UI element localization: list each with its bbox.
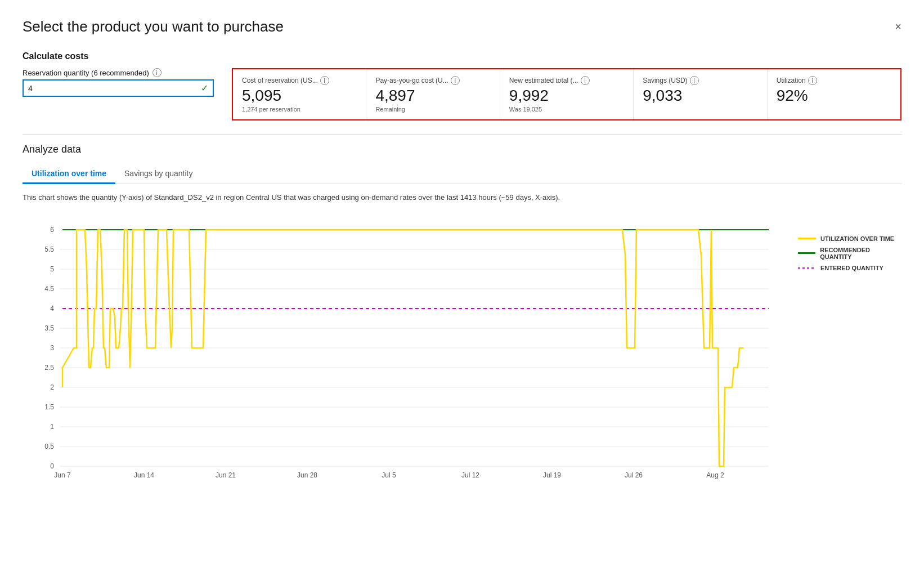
metric-info-icon-utilization[interactable]: i	[808, 76, 817, 85]
metric-savings: Savings (USD) i 9,033	[634, 69, 767, 119]
svg-text:4.5: 4.5	[44, 285, 54, 293]
legend-label: ENTERED QUANTITY	[820, 265, 883, 271]
svg-text:0: 0	[50, 462, 54, 470]
calculate-title: Calculate costs	[23, 51, 901, 61]
metrics-box: Cost of reservation (US... i 5,095 1,274…	[232, 68, 901, 120]
metric-value-cost_reservation: 5,095	[242, 87, 357, 105]
svg-text:Jun 7: Jun 7	[54, 471, 71, 479]
metric-new_estimated: New estimated total (... i 9,992 Was 19,…	[500, 69, 634, 119]
metric-info-icon-new_estimated[interactable]: i	[581, 76, 590, 85]
utilization-chart: 6 5.5 5 4.5 4 3.5 3 2.5	[23, 213, 789, 483]
metric-header-payg_cost: Pay-as-you-go cost (U... i	[375, 76, 490, 85]
chart-area: 6 5.5 5 4.5 4 3.5 3 2.5	[23, 213, 901, 485]
svg-text:Aug 2: Aug 2	[706, 471, 724, 479]
qty-input-group: Reservation quantity (6 recommended) i ✓	[23, 68, 214, 97]
svg-text:Jul 5: Jul 5	[382, 471, 396, 479]
metric-value-payg_cost: 4,897	[375, 87, 490, 105]
metric-cost_reservation: Cost of reservation (US... i 5,095 1,274…	[233, 69, 366, 119]
svg-text:Jun 21: Jun 21	[216, 471, 236, 479]
metric-sub-payg_cost: Remaining	[375, 106, 490, 113]
legend-item: UTILIZATION OVER TIME	[798, 235, 901, 242]
svg-text:0.5: 0.5	[44, 443, 54, 450]
metric-header-new_estimated: New estimated total (... i	[509, 76, 624, 85]
qty-label: Reservation quantity (6 recommended) i	[23, 68, 214, 77]
metric-header-utilization: Utilization i	[777, 76, 891, 85]
chart-description: This chart shows the quantity (Y-axis) o…	[23, 193, 901, 202]
svg-text:5: 5	[50, 265, 54, 273]
analyze-section: Analyze data Utilization over time Savin…	[23, 144, 901, 485]
qty-info-icon[interactable]: i	[152, 68, 162, 77]
svg-text:Jul 12: Jul 12	[461, 471, 479, 479]
metric-info-icon-payg_cost[interactable]: i	[451, 76, 460, 85]
svg-text:3: 3	[50, 344, 54, 352]
x-axis: Jun 7 Jun 14 Jun 21 Jun 28 Jul 5 Jul 12 …	[54, 471, 724, 479]
svg-text:2.5: 2.5	[44, 364, 54, 372]
legend-line	[798, 252, 815, 254]
metric-value-utilization: 92%	[777, 87, 891, 105]
metric-payg_cost: Pay-as-you-go cost (U... i 4,897 Remaini…	[366, 69, 500, 119]
calculate-content: Reservation quantity (6 recommended) i ✓…	[23, 68, 901, 120]
metric-header-cost_reservation: Cost of reservation (US... i	[242, 76, 357, 85]
svg-text:Jul 19: Jul 19	[543, 471, 561, 479]
tab-utilization[interactable]: Utilization over time	[23, 164, 115, 184]
divider	[23, 134, 901, 135]
legend-item: RECOMMENDED QUANTITY	[798, 247, 901, 260]
svg-text:6: 6	[50, 226, 54, 234]
analyze-title: Analyze data	[23, 144, 901, 155]
legend-line	[798, 238, 816, 239]
metric-value-savings: 9,033	[643, 87, 757, 105]
tab-savings[interactable]: Savings by quantity	[115, 164, 201, 184]
page-title: Select the product you want to purchase	[23, 18, 284, 35]
tabs: Utilization over time Savings by quantit…	[23, 164, 901, 184]
close-button[interactable]: ×	[895, 20, 901, 33]
svg-text:1: 1	[50, 423, 54, 431]
legend-item: ENTERED QUANTITY	[798, 265, 901, 271]
metric-info-icon-cost_reservation[interactable]: i	[320, 76, 329, 85]
page-header: Select the product you want to purchase …	[23, 18, 901, 35]
svg-text:4: 4	[50, 305, 54, 312]
legend-line	[798, 267, 816, 269]
svg-text:3.5: 3.5	[44, 324, 54, 332]
qty-input-wrapper: ✓	[23, 79, 214, 97]
svg-text:Jul 26: Jul 26	[625, 471, 643, 479]
calculate-section: Calculate costs Reservation quantity (6 …	[23, 51, 901, 120]
metric-sub-new_estimated: Was 19,025	[509, 106, 624, 113]
check-icon: ✓	[201, 83, 208, 93]
chart-container: 6 5.5 5 4.5 4 3.5 3 2.5	[23, 213, 789, 485]
legend-label: RECOMMENDED QUANTITY	[820, 247, 901, 260]
svg-text:5.5: 5.5	[44, 245, 54, 253]
svg-text:Jun 14: Jun 14	[134, 471, 154, 479]
metric-info-icon-savings[interactable]: i	[690, 76, 699, 85]
svg-text:1.5: 1.5	[44, 403, 54, 411]
metric-header-savings: Savings (USD) i	[643, 76, 757, 85]
metric-value-new_estimated: 9,992	[509, 87, 624, 105]
metric-utilization: Utilization i 92%	[768, 69, 900, 119]
metric-sub-cost_reservation: 1,274 per reservation	[242, 106, 357, 113]
chart-legend: UTILIZATION OVER TIMERECOMMENDED QUANTIT…	[789, 213, 901, 485]
qty-input[interactable]	[28, 84, 196, 93]
svg-text:2: 2	[50, 383, 54, 391]
svg-text:Jun 28: Jun 28	[297, 471, 317, 479]
legend-label: UTILIZATION OVER TIME	[820, 235, 894, 242]
